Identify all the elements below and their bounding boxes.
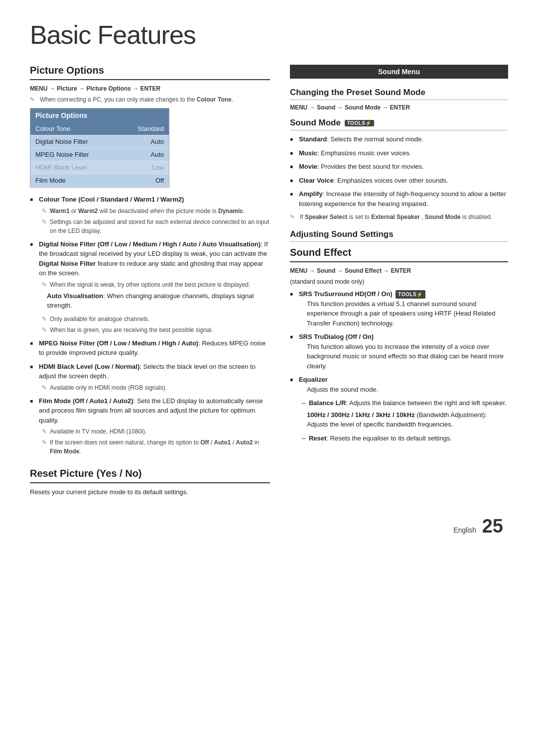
bullet-mpeg-noise: MPEG Noise Filter (Off / Low / Medium / … — [30, 338, 270, 358]
right-column: Sound Menu Changing the Preset Sound Mod… — [290, 65, 508, 496]
pic-options-table-header: Picture Options — [30, 108, 169, 122]
bullet-film-mode: Film Mode (Off / Auto1 / Auto2): Sets th… — [30, 396, 270, 456]
standard-only-note: (standard sound mode only) — [290, 278, 508, 285]
reset-picture-section: Reset Picture (Yes / No) Resets your cur… — [30, 468, 270, 496]
bullet-movie: Movie: Provides the best sound for movie… — [290, 162, 508, 172]
note-settings-stored: Settings can be adjusted and stored for … — [39, 217, 270, 235]
bullet-equalizer: Equalizer Adjusts the sound mode. Balanc… — [290, 375, 508, 443]
auto-visualisation-note: Auto Visualisation: When changing analog… — [39, 291, 270, 311]
speaker-select-note: If Speaker Select is set to External Spe… — [290, 214, 508, 220]
changing-preset-menu-path: MENU → Sound → Sound Mode → ENTER — [290, 104, 508, 111]
dash-reset: Reset: Resets the equaliser to its defau… — [299, 433, 508, 443]
bullet-clear-voice: Clear Voice: Emphasizes voices over othe… — [290, 176, 508, 186]
adjusting-sound-title: Adjusting Sound Settings — [290, 229, 508, 242]
srs-trудialog-detail: This function allows you to increase the… — [299, 342, 508, 371]
note-signal-weak: When the signal is weak, try other optio… — [39, 280, 270, 289]
pic-options-row-colour-tone[interactable]: Colour Tone Standard — [30, 122, 169, 135]
note-tv-mode: Available in TV mode, HDMI (1080i). — [39, 427, 270, 436]
picture-options-bullets: Colour Tone (Cool / Standard / Warm1 / W… — [30, 195, 270, 456]
sound-effect-bullets: SRS TruSurround HD(Off / On) TOOLS⚡ This… — [290, 289, 508, 443]
sound-effect-title: Sound Effect — [290, 247, 508, 262]
pic-options-row-film-mode[interactable]: Film Mode Off — [30, 174, 169, 187]
sound-mode-title: Sound Mode TOOLS⚡ — [290, 118, 508, 130]
sound-effect-menu-path: MENU → Sound → Sound Effect → ENTER — [290, 267, 508, 274]
page-title: Basic Features — [30, 20, 508, 50]
bullet-standard: Standard: Selects the normal sound mode. — [290, 134, 508, 144]
note-warm: Warm1 or Warm2 will be deactivated when … — [39, 207, 270, 216]
changing-preset-title: Changing the Preset Sound Mode — [290, 88, 508, 100]
pic-options-row-mpeg-noise[interactable]: MPEG Noise Filter Auto — [30, 148, 169, 161]
reset-picture-title: Reset Picture (Yes / No) — [30, 468, 270, 483]
note-film-natural: If the screen does not seem natural, cha… — [39, 438, 270, 456]
picture-options-title: Picture Options — [30, 65, 270, 80]
equalizer-detail: Adjusts the sound mode. — [299, 385, 508, 395]
dash-balance: Balance L/R: Adjusts the balance between… — [299, 398, 508, 408]
footer-page-num: 25 — [482, 516, 503, 537]
picture-options-note: When connecting a PC, you can only make … — [30, 96, 270, 103]
sound-menu-header: Sound Menu — [290, 65, 508, 79]
pic-options-row-hdmi[interactable]: HDMI Black Level Low — [30, 161, 169, 174]
equalizer-bandwidth: 100Hz / 300Hz / 1kHz / 3kHz / 10kHz (Ban… — [299, 410, 508, 430]
bullet-digital-noise: Digital Noise Filter (Off / Low / Medium… — [30, 239, 270, 334]
footer-lang: English — [453, 526, 476, 534]
note-green-bar: When bar is green, you are receiving the… — [39, 325, 270, 334]
note-analogue: Only available for analogue channels. — [39, 315, 270, 324]
bullet-srs-trusurround: SRS TruSurround HD(Off / On) TOOLS⚡ This… — [290, 289, 508, 328]
note-hdmi-only: Available only in HDMI mode (RGB signals… — [39, 383, 270, 392]
srs-tools-badge: TOOLS⚡ — [396, 290, 425, 299]
pic-options-row-digital-noise[interactable]: Digital Noise Filter Auto — [30, 135, 169, 148]
bullet-music: Music: Emphasizes music over voices. — [290, 148, 508, 158]
srs-trusurround-detail: This function provides a virtual 5.1 cha… — [299, 299, 508, 328]
bullet-amplify: Amplify: Increase the intensity of high-… — [290, 189, 508, 209]
page-footer: English 25 — [30, 516, 508, 537]
picture-options-table: Picture Options Colour Tone Standard Dig… — [30, 108, 169, 188]
reset-picture-description: Resets your current picture mode to its … — [30, 488, 270, 496]
bullet-hdmi-black: HDMI Black Level (Low / Normal): Selects… — [30, 362, 270, 392]
bullet-colour-tone: Colour Tone (Cool / Standard / Warm1 / W… — [30, 195, 270, 235]
sound-mode-tools-badge: TOOLS⚡ — [345, 120, 374, 126]
left-column: Picture Options MENU → Picture → Picture… — [30, 65, 270, 496]
sound-mode-bullets: Standard: Selects the normal sound mode.… — [290, 134, 508, 209]
picture-options-menu-path: MENU → Picture → Picture Options → ENTER — [30, 85, 270, 92]
bullet-srs-truDialog: SRS TruDialog (Off / On) This function a… — [290, 332, 508, 371]
